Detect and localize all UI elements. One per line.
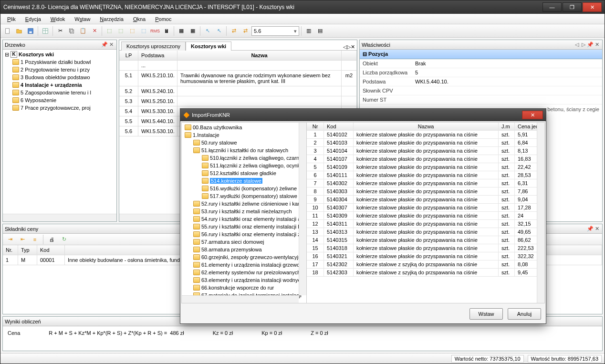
estimate-row[interactable]: 5.2WKI.5.240.10. bbox=[119, 86, 357, 96]
knr-tree-item[interactable]: 55.rury i kształtki oraz elementy instal… bbox=[183, 223, 305, 230]
property-row[interactable]: Słownik CPV bbox=[360, 86, 602, 95]
comp-pin-icon[interactable]: 📌 bbox=[587, 226, 594, 232]
knr-row[interactable]: 55140109kołnierze stalowe płaskie do prz… bbox=[307, 163, 544, 171]
knr-tree-item[interactable]: 00.Baza użytkownika bbox=[183, 124, 305, 131]
property-row[interactable]: Liczba porządkowa5 bbox=[360, 68, 602, 77]
cancel-button[interactable]: Anuluj bbox=[508, 308, 541, 320]
knr-tree-item[interactable]: 510.łączniki z żeliwa ciągliwego, czarne bbox=[183, 154, 305, 162]
knr-tree-item[interactable]: 62.elementy systemów rur preizolowanych bbox=[183, 269, 305, 276]
prop-close-icon[interactable]: ✕ bbox=[594, 42, 600, 48]
panel-close-icon[interactable]: ✕ bbox=[108, 42, 115, 48]
knr-tree-item[interactable]: 52.rury i kształtki żeliwne ciśnieniowe … bbox=[183, 200, 305, 208]
knr-tree[interactable]: 00.Baza użytkownika1.Instalacje50.rury s… bbox=[182, 123, 307, 303]
pin-icon[interactable]: 📌 bbox=[101, 42, 108, 48]
dlg-grid-v-scrollbar[interactable] bbox=[537, 123, 544, 303]
dialog-titlebar[interactable]: 🔶 ImportFromKNR ✕ bbox=[180, 109, 546, 121]
knr-row[interactable]: 75140302kołnierze stalowe płaskie do prz… bbox=[307, 179, 544, 187]
knr-tree-item[interactable]: 517.wydłużki (kompensatory) stalowe bbox=[183, 192, 305, 200]
dialog-close-button[interactable]: ✕ bbox=[522, 111, 543, 119]
arrow1-icon[interactable]: ↖ bbox=[202, 26, 213, 36]
knr-tree-item[interactable]: 58.armatura przemysłowa bbox=[183, 246, 305, 253]
knr-row[interactable]: 15140102kołnierze stalowe płaskie do prz… bbox=[307, 131, 544, 139]
paste-icon[interactable]: 📋 bbox=[78, 26, 88, 36]
menu-okna[interactable]: Okna bbox=[129, 15, 149, 23]
position-combo[interactable]: 5.6 bbox=[251, 26, 299, 36]
knr-row[interactable]: 105140307kołnierze stalowe płaskie do pr… bbox=[307, 204, 544, 212]
tree-item[interactable]: 5 Zagospodarowanie terenu i l bbox=[4, 89, 115, 96]
delete-icon[interactable]: ✕ bbox=[89, 26, 100, 36]
dlg-tree-h-scrollbar[interactable] bbox=[182, 295, 299, 303]
link2-icon[interactable]: ⇄ bbox=[240, 26, 250, 36]
knr-row[interactable]: 175142302kołnierze stalowe z szyjką do p… bbox=[307, 260, 544, 269]
knr-tree-item[interactable]: 511.łączniki z żeliwa ciągliwego, ocynk bbox=[183, 162, 305, 169]
knr-row[interactable]: 185142303kołnierze stalowe z szyjką do p… bbox=[307, 269, 544, 277]
tree-item[interactable]: 7 Prace przygotowawcze, proj bbox=[4, 104, 115, 112]
knr-tree-item[interactable]: 56.rury i kształtki oraz elementy instal… bbox=[183, 230, 305, 238]
open-icon[interactable] bbox=[14, 26, 24, 36]
maximize-button[interactable]: ❐ bbox=[563, 2, 582, 12]
dlg-tree-v-scrollbar[interactable] bbox=[299, 123, 306, 295]
tool-2-icon[interactable]: ⬚ bbox=[115, 26, 126, 36]
knr-tree-item[interactable]: 1.Instalacje bbox=[183, 131, 305, 139]
grid2-icon[interactable]: ▦ bbox=[188, 26, 198, 36]
knr-row[interactable]: 65140111kołnierze stalowe płaskie do prz… bbox=[307, 171, 544, 179]
rms-icon[interactable]: RMS bbox=[150, 26, 160, 36]
knr-grid[interactable]: Nr Kod Nazwa J.m Cena jedn. 15140102kołn… bbox=[307, 123, 544, 303]
knr-tree-item[interactable]: 514.kołnierze stalowe bbox=[183, 177, 305, 185]
new-icon[interactable] bbox=[2, 26, 13, 36]
arrow2-icon[interactable]: ↖ bbox=[214, 26, 224, 36]
tab-simplified[interactable]: Kosztorys uproszczony bbox=[121, 42, 186, 51]
menu-widok[interactable]: Widok bbox=[47, 15, 69, 23]
link1-icon[interactable]: ⇄ bbox=[229, 26, 239, 36]
knr-row[interactable]: 85140303kołnierze stalowe płaskie do prz… bbox=[307, 187, 544, 196]
estimate-row[interactable]: 5.3WKI.5.250.10. bbox=[119, 96, 357, 106]
tab-close-icon[interactable]: ✕ bbox=[351, 44, 355, 50]
tool-1-icon[interactable]: ⬚ bbox=[104, 26, 115, 36]
tree-item[interactable]: 6 Wyposażenie bbox=[4, 96, 115, 104]
knr-tree-item[interactable]: 51.łączniki i kształtki do rur stalowych bbox=[183, 146, 305, 154]
menu-edycja[interactable]: Edycja bbox=[21, 15, 45, 23]
knr-row[interactable]: 115140309kołnierze stalowe płaskie do pr… bbox=[307, 212, 544, 220]
tree-item[interactable]: 4 Instalacje + urządzenia bbox=[4, 81, 115, 89]
knr-tree-item[interactable]: 516.wydłużki (kompensatory) żeliwne bbox=[183, 185, 305, 192]
knr-row[interactable]: 35140104kołnierze stalowe płaskie do prz… bbox=[307, 147, 544, 155]
knr-tree-item[interactable]: 57.armatura sieci domowej bbox=[183, 238, 305, 246]
close-button[interactable]: ✕ bbox=[583, 2, 602, 12]
tab-prev-icon[interactable]: ◁ bbox=[343, 44, 347, 50]
property-row[interactable]: Numer ST bbox=[360, 95, 602, 104]
project-tree[interactable]: ⊟K Kosztorys wki 1 Pozyskiwanie działki … bbox=[3, 50, 116, 214]
knr-row[interactable]: 165140321kołnierze stalowe płaskie do pr… bbox=[307, 252, 544, 260]
knr-tree-item[interactable]: 54.rury i kształtki oraz elementy instal… bbox=[183, 215, 305, 223]
property-row[interactable]: ObiektBrak bbox=[360, 59, 602, 68]
grid1-icon[interactable]: ▦ bbox=[176, 26, 187, 36]
tree-item[interactable]: 1 Pozyskiwanie działki budowl bbox=[4, 58, 115, 66]
knr-row[interactable]: 45140107kołnierze stalowe płaskie do prz… bbox=[307, 155, 544, 163]
knr-row[interactable]: 25140103kołnierze stalowe płaskie do prz… bbox=[307, 139, 544, 147]
knr-row[interactable]: 95140304kołnierze stalowe płaskie do prz… bbox=[307, 196, 544, 204]
knr-tree-item[interactable]: 63.elementy i urządzenia instalacji wodn… bbox=[183, 276, 305, 284]
tree-item[interactable]: 3 Budowa obiektów podstawo bbox=[4, 73, 115, 81]
tree-h-scrollbar[interactable] bbox=[3, 214, 116, 221]
calc-icon[interactable]: 🖩 bbox=[161, 26, 172, 36]
table-icon[interactable] bbox=[40, 26, 51, 36]
minimize-button[interactable]: — bbox=[542, 2, 562, 12]
knr-tree-item[interactable]: 60.grzejniki, zespoły grzewczo-wentylacy… bbox=[183, 253, 305, 261]
knr-row[interactable]: 155140318kołnierze stalowe płaskie do pr… bbox=[307, 244, 544, 252]
menu-wstaw[interactable]: Wstaw bbox=[71, 15, 94, 23]
tree-item[interactable]: 2 Przygotowanie terenu i przy bbox=[4, 66, 115, 73]
knr-tree-item[interactable]: 61.elementy i urządzenia instalacji grze… bbox=[183, 261, 305, 269]
knr-row[interactable]: 145140315kołnierze stalowe płaskie do pr… bbox=[307, 236, 544, 244]
copy-icon[interactable]: ⿻ bbox=[66, 26, 77, 36]
tool-4-icon[interactable]: ⬚ bbox=[138, 26, 149, 36]
comp-close-icon[interactable]: ✕ bbox=[594, 226, 600, 232]
layout1-icon[interactable]: ▥ bbox=[303, 26, 314, 36]
tool-3-icon[interactable]: ⬚ bbox=[127, 26, 137, 36]
insert-button[interactable]: Wstaw bbox=[469, 308, 503, 320]
knr-row[interactable]: 125140311kołnierze stalowe płaskie do pr… bbox=[307, 220, 544, 228]
prop-prev-icon[interactable]: ◁ bbox=[574, 42, 580, 48]
cut-icon[interactable]: ✂ bbox=[55, 26, 65, 36]
titlebar[interactable]: Ceninwest 2.8.0- Licencja dla WEWNĘTRZNA… bbox=[0, 0, 605, 14]
prop-next-icon[interactable]: ▷ bbox=[580, 42, 587, 48]
menu-pomoc[interactable]: Pomoc bbox=[151, 15, 175, 23]
knr-tree-item[interactable]: 512.kształtki stalowe gładkie bbox=[183, 169, 305, 177]
